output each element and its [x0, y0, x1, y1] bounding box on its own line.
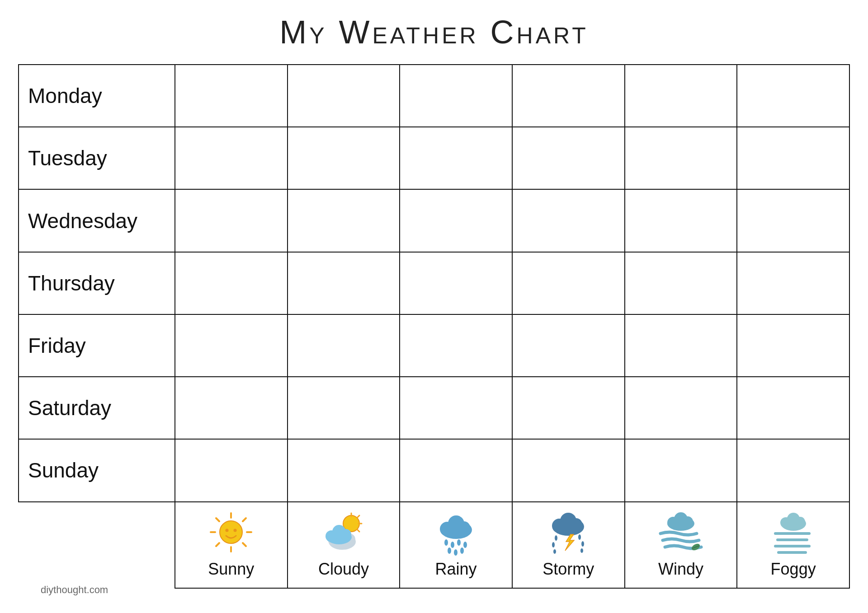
svg-point-31 [463, 542, 467, 548]
monday-cell-4 [512, 65, 625, 127]
table-row: Saturday [19, 377, 849, 439]
monday-cell-1 [175, 65, 288, 127]
svg-point-29 [451, 542, 454, 548]
table-row: Monday [19, 65, 849, 127]
svg-point-27 [458, 521, 470, 534]
svg-line-5 [243, 543, 246, 546]
foggy-label: Foggy [771, 560, 816, 579]
saturday-cell-4 [512, 377, 625, 439]
rainy-icon [431, 511, 481, 556]
tuesday-cell-5 [625, 127, 737, 189]
svg-point-55 [795, 517, 805, 527]
sunday-cell-4 [512, 439, 625, 501]
weather-chart-table: Monday Tuesday Wednesday [18, 64, 850, 589]
day-sunday: Sunday [19, 439, 175, 501]
icon-row: Sunny [19, 502, 849, 588]
page-container: My Weather Chart Monday Tuesday [0, 0, 868, 613]
stormy-icon [543, 511, 593, 556]
sunday-cell-6 [737, 439, 849, 501]
tuesday-cell-6 [737, 127, 849, 189]
svg-point-43 [581, 541, 584, 547]
tuesday-cell-1 [175, 127, 288, 189]
sunday-cell-5 [625, 439, 737, 501]
saturday-cell-1 [175, 377, 288, 439]
sunny-icon-wrapper: Sunny [175, 502, 287, 588]
thursday-cell-3 [400, 252, 512, 314]
sunday-cell-3 [400, 439, 512, 501]
svg-point-44 [553, 549, 556, 554]
rainy-label: Rainy [435, 560, 477, 579]
svg-point-40 [555, 535, 557, 541]
svg-line-15 [357, 529, 359, 532]
rainy-icon-cell: Rainy [400, 502, 512, 588]
sunday-cell-1 [175, 439, 288, 501]
svg-point-41 [578, 534, 581, 540]
svg-point-9 [226, 529, 229, 532]
friday-cell-6 [737, 314, 849, 377]
icon-row-empty-cell [19, 502, 175, 588]
cloudy-icon-wrapper: Cloudy [288, 502, 400, 588]
windy-label: Windy [658, 560, 703, 579]
table-row: Thursday [19, 252, 849, 314]
svg-line-13 [357, 515, 359, 518]
tuesday-cell-2 [288, 127, 400, 189]
stormy-icon-cell: Stormy [512, 502, 625, 588]
svg-point-49 [682, 516, 693, 527]
svg-line-4 [216, 518, 219, 521]
stormy-icon-wrapper: Stormy [513, 502, 624, 588]
page-title: My Weather Chart [279, 14, 589, 51]
wednesday-cell-6 [737, 189, 849, 252]
svg-point-30 [457, 539, 461, 546]
svg-point-10 [234, 529, 237, 532]
cloudy-label: Cloudy [318, 560, 369, 579]
wednesday-cell-5 [625, 189, 737, 252]
day-friday: Friday [19, 314, 175, 377]
svg-line-7 [216, 543, 219, 546]
saturday-cell-5 [625, 377, 737, 439]
thursday-cell-2 [288, 252, 400, 314]
svg-point-34 [460, 547, 464, 554]
stormy-label: Stormy [542, 560, 594, 579]
sunday-cell-2 [288, 439, 400, 501]
tuesday-cell-3 [400, 127, 512, 189]
saturday-cell-2 [288, 377, 400, 439]
windy-icon-cell: Windy [625, 502, 737, 588]
day-tuesday: Tuesday [19, 127, 175, 189]
rainy-icon-wrapper: Rainy [400, 502, 512, 588]
svg-marker-39 [565, 534, 574, 551]
thursday-cell-1 [175, 252, 288, 314]
thursday-cell-5 [625, 252, 737, 314]
monday-cell-2 [288, 65, 400, 127]
svg-point-33 [454, 549, 458, 556]
friday-cell-5 [625, 314, 737, 377]
friday-cell-4 [512, 314, 625, 377]
table-row: Tuesday [19, 127, 849, 189]
table-row: Wednesday [19, 189, 849, 252]
monday-cell-3 [400, 65, 512, 127]
wednesday-cell-4 [512, 189, 625, 252]
friday-cell-2 [288, 314, 400, 377]
sunny-label: Sunny [208, 560, 254, 579]
monday-cell-6 [737, 65, 849, 127]
wednesday-cell-1 [175, 189, 288, 252]
windy-icon [656, 511, 706, 556]
svg-point-8 [220, 521, 242, 543]
thursday-cell-6 [737, 252, 849, 314]
day-thursday: Thursday [19, 252, 175, 314]
day-monday: Monday [19, 65, 175, 127]
sunny-icon-cell: Sunny [175, 502, 288, 588]
foggy-icon-wrapper: Foggy [737, 502, 849, 588]
foggy-icon-cell: Foggy [737, 502, 849, 588]
svg-point-38 [570, 518, 582, 531]
friday-cell-3 [400, 314, 512, 377]
saturday-cell-3 [400, 377, 512, 439]
friday-cell-1 [175, 314, 288, 377]
day-wednesday: Wednesday [19, 189, 175, 252]
sunny-icon [206, 511, 256, 556]
svg-line-6 [243, 518, 246, 521]
cloudy-icon [319, 511, 368, 556]
chart-wrapper: Monday Tuesday Wednesday [18, 64, 850, 589]
svg-point-23 [340, 529, 351, 540]
table-row: Sunday [19, 439, 849, 501]
foggy-icon [769, 511, 818, 556]
